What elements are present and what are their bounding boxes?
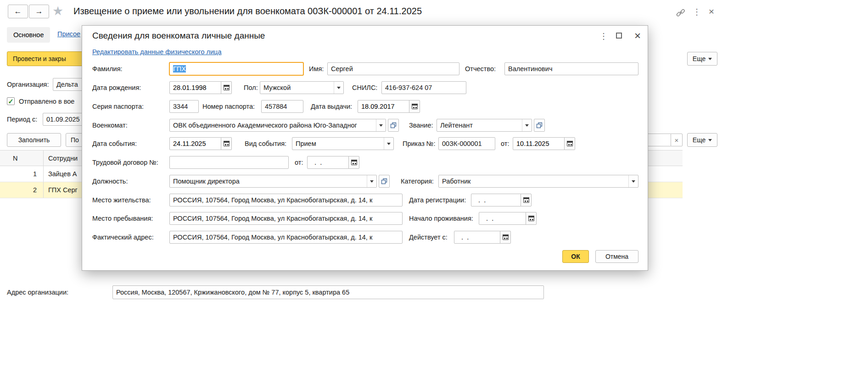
fill-button[interactable]: Заполнить <box>7 133 61 147</box>
firstname-input[interactable]: Сергей <box>327 62 459 75</box>
calendar-icon <box>503 234 509 240</box>
more-button-top[interactable]: Еще <box>687 52 717 66</box>
actual-address-input[interactable]: РОССИЯ, 107564, Город Москва, ул Красноб… <box>169 231 403 244</box>
sent-to-commissariat-label: Отправлено в вое <box>19 95 74 108</box>
calendar-icon <box>351 160 357 165</box>
tab-attached-files[interactable]: Присое <box>57 30 80 38</box>
dialog-close-icon[interactable]: × <box>631 28 644 43</box>
org-address-label: Адрес организации: <box>7 285 68 299</box>
event-type-combo[interactable]: Прием <box>292 137 394 150</box>
calendar-icon <box>412 104 418 109</box>
sent-to-commissariat-checkbox[interactable]: ✓ <box>7 97 15 105</box>
favorite-star-icon[interactable]: ★ <box>52 4 63 18</box>
snils-input[interactable]: 416-937-624 07 <box>381 81 466 94</box>
page-title: Извещение о приеме или увольнении для во… <box>73 6 422 17</box>
contract-from-label: от: <box>295 156 303 169</box>
residence-address-input[interactable]: РОССИЯ, 107564, Город Москва, ул Красноб… <box>169 194 403 206</box>
chevron-down-icon[interactable] <box>367 175 376 187</box>
position-label: Должность: <box>92 175 128 188</box>
passport-number-input[interactable]: 457884 <box>261 100 303 113</box>
period-label: Период с: <box>7 113 37 126</box>
chevron-down-icon[interactable] <box>384 138 393 150</box>
event-date-input[interactable]: 24.11.2025 <box>169 137 221 150</box>
passport-series-input[interactable]: 3344 <box>169 100 199 113</box>
valid-from-date-group: . . <box>454 231 511 244</box>
checkmark-icon: ✓ <box>8 98 14 105</box>
calendar-button[interactable] <box>221 81 232 94</box>
rank-combo[interactable]: Лейтенант <box>437 119 532 132</box>
screen: ← → ★ Извещение о приеме или увольнении … <box>0 0 868 368</box>
calendar-button[interactable] <box>526 212 537 225</box>
open-position-button[interactable] <box>379 175 390 188</box>
more-button-list[interactable]: Еще <box>687 133 717 147</box>
tab-main[interactable]: Основное <box>7 27 50 43</box>
chevron-down-icon[interactable] <box>376 119 386 131</box>
order-date-input[interactable]: 10.11.2025 <box>513 137 565 150</box>
more-label: Еще <box>693 136 706 144</box>
edit-person-data-link[interactable]: Редактировать данные физического лица <box>92 48 221 56</box>
middlename-input[interactable]: Валентинович <box>504 62 638 75</box>
triangle <box>370 180 374 183</box>
calendar-icon <box>528 216 534 221</box>
calendar-button[interactable] <box>409 100 420 113</box>
middlename-label: Отчество: <box>465 62 496 75</box>
stay-start-date-group: . . <box>479 212 537 225</box>
calendar-button[interactable] <box>564 137 575 150</box>
birthdate-label: Дата рождения: <box>92 81 141 94</box>
triangle <box>632 180 635 183</box>
window-close-icon[interactable]: × <box>706 5 717 18</box>
calendar-icon <box>567 141 573 146</box>
window-menu-kebab-icon[interactable]: ⋮ <box>692 6 701 18</box>
stay-start-label: Начало проживания: <box>409 212 473 225</box>
calendar-icon <box>224 85 230 90</box>
registration-date-label: Дата регистрации: <box>409 194 466 206</box>
registration-date-input[interactable]: . . <box>471 194 521 206</box>
dialog-maximize-icon[interactable] <box>616 33 622 39</box>
open-rank-button[interactable] <box>534 119 545 132</box>
chevron-down-icon[interactable] <box>334 82 343 94</box>
chevron-down-icon[interactable] <box>628 175 638 187</box>
lastname-label: Фамилия: <box>92 62 123 75</box>
calendar-button[interactable] <box>221 137 232 150</box>
contract-number-label: Трудовой договор №: <box>92 156 158 169</box>
contract-date-input[interactable]: . . <box>307 156 349 169</box>
stay-address-label: Место пребывания: <box>92 212 153 225</box>
calendar-icon <box>523 197 529 203</box>
cancel-button[interactable]: Отмена <box>595 250 638 263</box>
category-value: Работник <box>439 175 628 187</box>
arrow-left-icon: ← <box>14 7 22 16</box>
category-combo[interactable]: Работник <box>438 175 638 188</box>
lastname-input[interactable]: ГПХ <box>169 62 303 75</box>
back-button[interactable]: ← <box>8 5 28 18</box>
triangle <box>337 87 341 89</box>
calendar-button[interactable] <box>521 194 532 206</box>
birthdate-group: 28.01.1998 <box>169 81 232 94</box>
dialog-menu-kebab-icon[interactable]: ⋮ <box>599 30 609 43</box>
issue-date-input[interactable]: 18.09.2017 <box>358 100 409 113</box>
birthdate-input[interactable]: 28.01.1998 <box>169 81 221 94</box>
stay-start-date-input[interactable]: . . <box>479 212 526 225</box>
calendar-button[interactable] <box>500 231 511 244</box>
commissariat-combo[interactable]: ОВК объединенного Академического района … <box>169 119 386 132</box>
calendar-button[interactable] <box>348 156 359 169</box>
chevron-down-icon <box>708 139 712 141</box>
order-number-input[interactable]: 00ЗК-000001 <box>438 137 495 150</box>
forward-button[interactable]: → <box>29 5 49 18</box>
row-number: 1 <box>0 166 44 182</box>
valid-from-date-input[interactable]: . . <box>454 231 500 244</box>
residence-address-label: Место жительства: <box>92 194 151 206</box>
gender-combo[interactable]: Мужской <box>260 81 344 94</box>
position-combo[interactable]: Помощник директора <box>169 175 377 188</box>
event-date-label: Дата события: <box>92 137 137 150</box>
triangle <box>387 143 391 145</box>
open-commissariat-button[interactable] <box>388 119 399 132</box>
contract-number-input[interactable] <box>169 156 289 169</box>
chevron-down-icon[interactable] <box>522 119 532 131</box>
ok-button[interactable]: ОК <box>562 250 589 263</box>
column-header-n[interactable]: N <box>0 151 44 166</box>
search-clear-icon[interactable]: × <box>671 134 683 146</box>
organization-label: Организация: <box>7 78 49 91</box>
get-link-icon[interactable] <box>676 8 686 18</box>
org-address-input[interactable]: Россия, Москва, 120567, Кржижановского, … <box>112 285 544 299</box>
stay-address-input[interactable]: РОССИЯ, 107564, Город Москва, ул Красноб… <box>169 212 403 225</box>
